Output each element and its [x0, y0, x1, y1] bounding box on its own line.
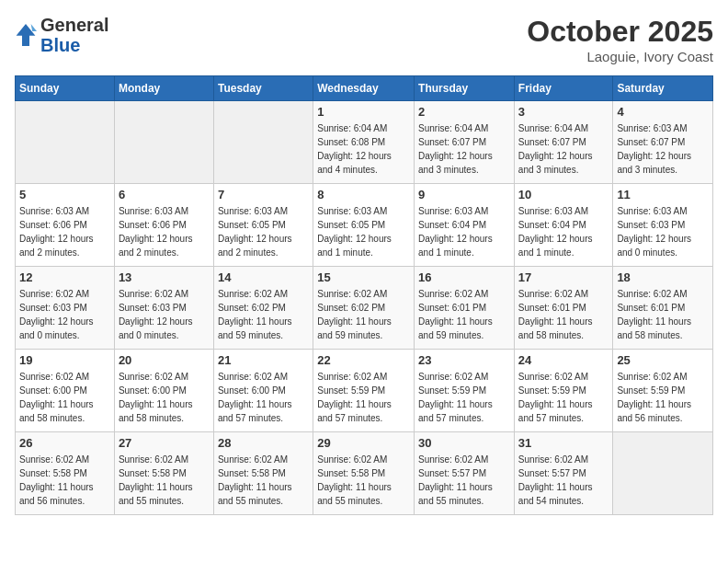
- day-info: Sunrise: 6:02 AM Sunset: 6:03 PM Dayligh…: [19, 287, 110, 342]
- day-info: Sunrise: 6:02 AM Sunset: 6:01 PM Dayligh…: [518, 287, 609, 342]
- calendar-cell: 30Sunrise: 6:02 AM Sunset: 5:57 PM Dayli…: [415, 432, 515, 515]
- location: Laoguie, Ivory Coast: [527, 49, 713, 64]
- day-info: Sunrise: 6:02 AM Sunset: 5:59 PM Dayligh…: [617, 370, 709, 425]
- calendar-cell: 6Sunrise: 6:03 AM Sunset: 6:06 PM Daylig…: [114, 184, 213, 267]
- day-info: Sunrise: 6:03 AM Sunset: 6:05 PM Dayligh…: [218, 204, 309, 259]
- calendar-cell: 19Sunrise: 6:02 AM Sunset: 6:00 PM Dayli…: [16, 350, 115, 432]
- calendar-cell: 2Sunrise: 6:04 AM Sunset: 6:07 PM Daylig…: [415, 101, 515, 184]
- logo-icon: [15, 22, 37, 48]
- day-number: 10: [518, 188, 609, 201]
- day-number: 12: [19, 270, 110, 284]
- calendar-cell: 17Sunrise: 6:02 AM Sunset: 6:01 PM Dayli…: [514, 267, 613, 350]
- day-info: Sunrise: 6:02 AM Sunset: 5:59 PM Dayligh…: [317, 370, 410, 425]
- day-number: 22: [317, 353, 410, 367]
- week-row-4: 19Sunrise: 6:02 AM Sunset: 6:00 PM Dayli…: [16, 350, 713, 432]
- calendar-table: SundayMondayTuesdayWednesdayThursdayFrid…: [15, 75, 713, 515]
- day-number: 31: [518, 436, 609, 450]
- day-info: Sunrise: 6:02 AM Sunset: 5:58 PM Dayligh…: [119, 453, 210, 508]
- calendar-body: 1Sunrise: 6:04 AM Sunset: 6:08 PM Daylig…: [16, 101, 713, 515]
- week-row-5: 26Sunrise: 6:02 AM Sunset: 5:58 PM Dayli…: [16, 432, 713, 515]
- day-info: Sunrise: 6:02 AM Sunset: 5:59 PM Dayligh…: [418, 370, 510, 425]
- calendar-cell: 11Sunrise: 6:03 AM Sunset: 6:03 PM Dayli…: [613, 184, 713, 267]
- calendar-cell: 12Sunrise: 6:02 AM Sunset: 6:03 PM Dayli…: [16, 267, 115, 350]
- logo-general: General: [40, 15, 108, 35]
- calendar-cell: 28Sunrise: 6:02 AM Sunset: 5:58 PM Dayli…: [213, 432, 313, 515]
- calendar-cell: [613, 432, 713, 515]
- calendar-cell: 21Sunrise: 6:02 AM Sunset: 6:00 PM Dayli…: [213, 350, 313, 432]
- day-number: 3: [518, 105, 609, 119]
- calendar-cell: 27Sunrise: 6:02 AM Sunset: 5:58 PM Dayli…: [114, 432, 213, 515]
- calendar-cell: 7Sunrise: 6:03 AM Sunset: 6:05 PM Daylig…: [213, 184, 313, 267]
- logo-blue: Blue: [40, 35, 108, 55]
- week-row-2: 5Sunrise: 6:03 AM Sunset: 6:06 PM Daylig…: [16, 184, 713, 267]
- calendar-cell: 10Sunrise: 6:03 AM Sunset: 6:04 PM Dayli…: [514, 184, 613, 267]
- day-info: Sunrise: 6:02 AM Sunset: 5:57 PM Dayligh…: [518, 453, 609, 508]
- day-info: Sunrise: 6:02 AM Sunset: 6:00 PM Dayligh…: [119, 370, 210, 425]
- calendar-cell: 14Sunrise: 6:02 AM Sunset: 6:02 PM Dayli…: [213, 267, 313, 350]
- day-number: 16: [418, 270, 510, 284]
- day-number: 18: [617, 270, 709, 284]
- calendar-cell: [16, 101, 115, 184]
- day-info: Sunrise: 6:02 AM Sunset: 5:59 PM Dayligh…: [518, 370, 609, 425]
- calendar-cell: 4Sunrise: 6:03 AM Sunset: 6:07 PM Daylig…: [613, 101, 713, 184]
- day-info: Sunrise: 6:03 AM Sunset: 6:07 PM Dayligh…: [617, 121, 709, 177]
- day-number: 29: [317, 436, 410, 450]
- calendar-cell: 3Sunrise: 6:04 AM Sunset: 6:07 PM Daylig…: [514, 101, 613, 184]
- day-info: Sunrise: 6:03 AM Sunset: 6:06 PM Dayligh…: [119, 204, 210, 259]
- day-info: Sunrise: 6:03 AM Sunset: 6:05 PM Dayligh…: [317, 204, 410, 259]
- days-header-row: SundayMondayTuesdayWednesdayThursdayFrid…: [16, 76, 713, 101]
- day-header-thursday: Thursday: [415, 76, 515, 101]
- calendar-cell: 20Sunrise: 6:02 AM Sunset: 6:00 PM Dayli…: [114, 350, 213, 432]
- day-number: 20: [119, 353, 210, 367]
- week-row-3: 12Sunrise: 6:02 AM Sunset: 6:03 PM Dayli…: [16, 267, 713, 350]
- day-number: 28: [218, 436, 309, 450]
- day-info: Sunrise: 6:02 AM Sunset: 6:01 PM Dayligh…: [418, 287, 510, 342]
- day-info: Sunrise: 6:02 AM Sunset: 5:58 PM Dayligh…: [19, 453, 110, 508]
- calendar-cell: 13Sunrise: 6:02 AM Sunset: 6:03 PM Dayli…: [114, 267, 213, 350]
- day-info: Sunrise: 6:02 AM Sunset: 6:02 PM Dayligh…: [317, 287, 410, 342]
- day-header-saturday: Saturday: [613, 76, 713, 101]
- day-info: Sunrise: 6:02 AM Sunset: 6:01 PM Dayligh…: [617, 287, 709, 342]
- calendar-cell: 22Sunrise: 6:02 AM Sunset: 5:59 PM Dayli…: [313, 350, 415, 432]
- day-number: 21: [218, 353, 309, 367]
- logo: General Blue: [15, 15, 108, 55]
- day-number: 8: [317, 188, 410, 201]
- day-number: 9: [418, 188, 510, 201]
- calendar-cell: 25Sunrise: 6:02 AM Sunset: 5:59 PM Dayli…: [613, 350, 713, 432]
- day-number: 6: [119, 188, 210, 201]
- day-number: 4: [617, 105, 709, 119]
- day-header-monday: Monday: [114, 76, 213, 101]
- day-number: 19: [19, 353, 110, 367]
- day-info: Sunrise: 6:02 AM Sunset: 5:58 PM Dayligh…: [218, 453, 309, 508]
- calendar-cell: [213, 101, 313, 184]
- day-info: Sunrise: 6:02 AM Sunset: 6:00 PM Dayligh…: [218, 370, 309, 425]
- day-info: Sunrise: 6:03 AM Sunset: 6:03 PM Dayligh…: [617, 204, 709, 259]
- calendar-cell: 24Sunrise: 6:02 AM Sunset: 5:59 PM Dayli…: [514, 350, 613, 432]
- day-header-wednesday: Wednesday: [313, 76, 415, 101]
- day-info: Sunrise: 6:04 AM Sunset: 6:07 PM Dayligh…: [518, 121, 609, 177]
- day-info: Sunrise: 6:02 AM Sunset: 6:03 PM Dayligh…: [119, 287, 210, 342]
- calendar-cell: 26Sunrise: 6:02 AM Sunset: 5:58 PM Dayli…: [16, 432, 115, 515]
- day-number: 5: [19, 188, 110, 201]
- day-header-friday: Friday: [514, 76, 613, 101]
- day-info: Sunrise: 6:02 AM Sunset: 6:02 PM Dayligh…: [218, 287, 309, 342]
- calendar-cell: 29Sunrise: 6:02 AM Sunset: 5:58 PM Dayli…: [313, 432, 415, 515]
- day-info: Sunrise: 6:02 AM Sunset: 6:00 PM Dayligh…: [19, 370, 110, 425]
- day-info: Sunrise: 6:04 AM Sunset: 6:07 PM Dayligh…: [418, 121, 510, 177]
- day-number: 27: [119, 436, 210, 450]
- calendar-cell: 15Sunrise: 6:02 AM Sunset: 6:02 PM Dayli…: [313, 267, 415, 350]
- calendar-cell: [114, 101, 213, 184]
- day-number: 11: [617, 188, 709, 201]
- day-number: 14: [218, 270, 309, 284]
- month-title: October 2025: [527, 15, 713, 49]
- day-number: 7: [218, 188, 309, 201]
- svg-marker-1: [31, 24, 37, 31]
- title-block: October 2025 Laoguie, Ivory Coast: [527, 15, 713, 64]
- day-number: 23: [418, 353, 510, 367]
- day-number: 15: [317, 270, 410, 284]
- calendar-cell: 18Sunrise: 6:02 AM Sunset: 6:01 PM Dayli…: [613, 267, 713, 350]
- day-header-sunday: Sunday: [16, 76, 115, 101]
- calendar-cell: 23Sunrise: 6:02 AM Sunset: 5:59 PM Dayli…: [415, 350, 515, 432]
- day-info: Sunrise: 6:02 AM Sunset: 5:57 PM Dayligh…: [418, 453, 510, 508]
- logo-text: General Blue: [40, 15, 108, 55]
